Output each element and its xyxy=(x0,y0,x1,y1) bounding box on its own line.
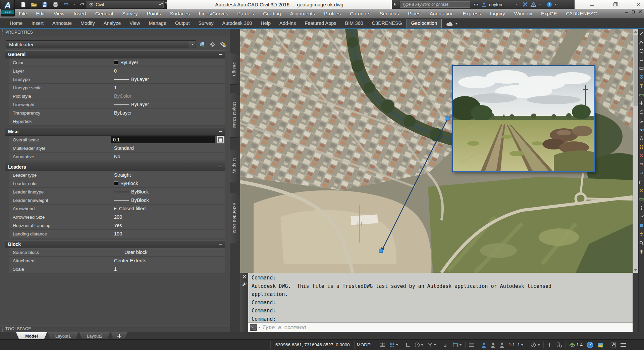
title-overflow-button[interactable] xyxy=(392,0,398,9)
section-header-block[interactable]: Block xyxy=(5,240,225,248)
menu-c3drenesg[interactable]: C3DRENESG xyxy=(566,11,597,16)
cloud-share-icon[interactable] xyxy=(446,21,454,26)
explode-icon[interactable] xyxy=(639,188,644,193)
mirror-icon[interactable] xyxy=(639,127,644,132)
draw-line-icon[interactable] xyxy=(639,31,644,36)
user-menu-caret-icon[interactable] xyxy=(516,4,518,5)
draw-arc-icon[interactable] xyxy=(639,57,644,62)
command-input[interactable] xyxy=(262,324,633,331)
collapse-icon[interactable] xyxy=(219,131,222,132)
menu-general[interactable]: General xyxy=(95,11,113,16)
isometric-drafting-button[interactable] xyxy=(426,341,438,349)
menu-annotation[interactable]: Annotation xyxy=(430,11,454,16)
autodesk360-icon[interactable] xyxy=(531,2,536,7)
ribbon-tab-manage[interactable]: Manage xyxy=(145,19,171,28)
isolate-objects-button[interactable] xyxy=(554,341,564,349)
point-icon[interactable] xyxy=(639,206,644,211)
collapse-icon[interactable] xyxy=(219,244,222,245)
iso-caret-icon[interactable] xyxy=(434,344,436,346)
menu-survey[interactable]: Survey xyxy=(122,11,138,16)
tab-design[interactable]: Design xyxy=(230,53,239,85)
save-button[interactable] xyxy=(41,1,48,8)
ribbon-tab-modify[interactable]: Modify xyxy=(76,19,99,28)
doc-close-button[interactable] xyxy=(639,10,642,13)
clean-screen-button[interactable] xyxy=(608,341,618,349)
measure-icon[interactable] xyxy=(639,197,644,202)
new-file-button[interactable] xyxy=(19,1,27,8)
command-history[interactable]: Command:Autodesk DWG. This file is a Tru… xyxy=(248,273,633,322)
offset-icon[interactable] xyxy=(639,136,644,141)
viewport-scrollbar[interactable] xyxy=(633,29,638,273)
lineweight-display-button[interactable] xyxy=(467,341,476,349)
workspace-switching-button[interactable] xyxy=(529,341,542,349)
annotation-autoscale-button[interactable] xyxy=(488,341,497,349)
object-snap-button[interactable] xyxy=(451,341,464,349)
trim-icon[interactable] xyxy=(639,162,644,167)
snap-mode-button[interactable] xyxy=(387,341,400,349)
toolspace-palette-title[interactable]: TOOLSPACE xyxy=(0,325,230,332)
restore-button[interactable] xyxy=(613,2,618,6)
overall-scale-input[interactable]: 0.1 xyxy=(111,136,215,143)
command-customize-wrench-icon[interactable] xyxy=(242,282,247,286)
plot-button[interactable] xyxy=(52,1,59,8)
scroll-down-icon[interactable] xyxy=(634,269,637,271)
snap-caret-icon[interactable] xyxy=(396,344,398,346)
minimize-button[interactable] xyxy=(590,3,594,6)
quick-calc-button[interactable] xyxy=(217,136,224,143)
spline-icon[interactable] xyxy=(639,214,644,219)
menu-parcels[interactable]: Parcels xyxy=(237,11,254,16)
grid-display-button[interactable] xyxy=(378,341,387,349)
ribbon-tab-home[interactable]: Home xyxy=(5,19,27,28)
cloud-caret-icon[interactable] xyxy=(455,23,458,25)
object-type-selector[interactable]: Multileader xyxy=(6,40,196,48)
erase-icon[interactable] xyxy=(639,153,644,158)
tab-layout1[interactable]: Layout1 xyxy=(48,332,78,340)
annotation-scale-sync-button[interactable] xyxy=(497,341,506,349)
ortho-mode-button[interactable] xyxy=(404,341,413,349)
menu-points[interactable]: Points xyxy=(147,11,161,16)
text-icon[interactable] xyxy=(639,83,644,88)
workspace-selector[interactable]: Civil xyxy=(87,1,164,8)
annotation-scale-button[interactable]: 1:1_1 xyxy=(506,341,526,349)
tab-object-class[interactable]: Object Class xyxy=(230,93,239,138)
a360-caret-icon[interactable] xyxy=(539,4,541,5)
ribbon-tab-output[interactable]: Output xyxy=(171,19,194,28)
menu-alignments[interactable]: Alignments xyxy=(290,11,315,16)
menu-view[interactable]: View xyxy=(54,11,64,16)
menu-surfaces[interactable]: Surfaces xyxy=(170,11,190,16)
dimension-icon[interactable] xyxy=(639,92,644,97)
pickadd-toggle-button[interactable] xyxy=(198,40,206,48)
annotation-monitor-button[interactable] xyxy=(545,341,554,349)
exchange-apps-icon[interactable] xyxy=(523,2,528,7)
qat-customize-caret-icon[interactable] xyxy=(161,3,163,4)
block-insert-icon[interactable] xyxy=(639,223,644,228)
hardware-acceleration-button[interactable] xyxy=(585,341,595,349)
coordinates-readout[interactable]: 630966.6361, 7316946.8527, 0.0000 xyxy=(270,341,355,349)
hatch-icon[interactable] xyxy=(639,75,644,80)
photo-attachment[interactable] xyxy=(452,65,595,172)
menu-file[interactable]: File xyxy=(19,11,27,16)
customization-menu-button[interactable] xyxy=(618,341,628,349)
user-avatar-icon[interactable] xyxy=(482,2,486,7)
menu-express[interactable]: Express xyxy=(463,11,481,16)
ribbon-tab-survey[interactable]: Survey xyxy=(194,19,218,28)
tab-display[interactable]: Display xyxy=(230,150,239,182)
ribbon-tab-help[interactable]: Help xyxy=(256,19,275,28)
signed-in-username[interactable]: neyton_ xyxy=(489,2,504,7)
draw-rectangle-icon[interactable] xyxy=(639,66,644,71)
open-file-button[interactable] xyxy=(30,1,38,8)
graphics-performance-button[interactable]: 1.4 xyxy=(567,341,585,349)
array-icon[interactable] xyxy=(639,144,644,149)
draw-circle-icon[interactable] xyxy=(639,48,644,53)
grip-leader-end[interactable] xyxy=(379,249,383,253)
geolocation-status-button[interactable] xyxy=(595,341,605,349)
osnap-caret-icon[interactable] xyxy=(459,344,462,346)
menu-window[interactable]: Window xyxy=(514,11,532,16)
ribbon-tab-insert[interactable]: Insert xyxy=(27,19,48,28)
command-recent-caret-icon[interactable] xyxy=(258,327,260,328)
menu-profiles[interactable]: Profiles xyxy=(324,11,341,16)
menu-grading[interactable]: Grading xyxy=(263,11,281,16)
menu-lines-curves[interactable]: Lines/Curves xyxy=(199,11,228,16)
undo-caret-icon[interactable] xyxy=(73,4,75,5)
select-objects-button[interactable] xyxy=(209,40,217,48)
